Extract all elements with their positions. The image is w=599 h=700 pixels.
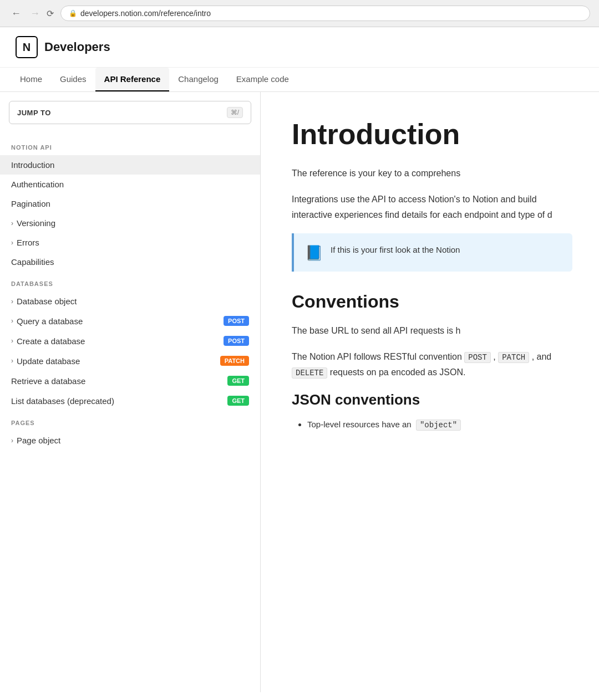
- delete-code: DELETE: [292, 367, 327, 379]
- authentication-label: Authentication: [11, 180, 64, 189]
- top-nav: Home Guides API Reference Changelog Exam…: [0, 68, 599, 92]
- update-db-chevron: ›: [11, 357, 13, 365]
- url-text: developers.notion.com/reference/intro: [80, 9, 211, 18]
- versioning-chevron: ›: [11, 219, 13, 227]
- json-conventions-list: Top-level resources have an "object": [292, 417, 572, 432]
- callout-icon: 📘: [305, 244, 323, 262]
- notion-logo: N: [16, 36, 38, 58]
- conventions-para-1: The base URL to send all API requests is…: [292, 323, 572, 338]
- nav-item-api-reference[interactable]: API Reference: [95, 68, 170, 91]
- versioning-label: Versioning: [17, 218, 55, 228]
- sidebar-item-retrieve-database[interactable]: Retrieve a database GET: [0, 371, 260, 391]
- list-db-badge: GET: [227, 396, 249, 406]
- address-bar[interactable]: 🔒 developers.notion.com/reference/intro: [60, 6, 590, 21]
- post-code: POST: [464, 352, 491, 363]
- site-title: Developers: [44, 40, 110, 54]
- browser-nav-buttons: ← → ⟳: [9, 7, 54, 21]
- errors-label: Errors: [17, 238, 39, 247]
- back-button[interactable]: ←: [9, 7, 23, 21]
- sidebar-item-query-database[interactable]: › Query a database POST: [0, 311, 260, 331]
- errors-chevron: ›: [11, 239, 13, 247]
- jump-to-label: JUMP TO: [17, 109, 51, 117]
- lock-icon: 🔒: [69, 9, 77, 17]
- sidebar-item-errors[interactable]: › Errors: [0, 233, 260, 252]
- database-object-chevron: ›: [11, 298, 13, 305]
- nav-item-guides[interactable]: Guides: [51, 68, 95, 91]
- sidebar-item-create-database[interactable]: › Create a database POST: [0, 331, 260, 351]
- create-db-label: Create a database: [17, 336, 85, 346]
- update-db-badge: PATCH: [220, 356, 249, 366]
- callout-text: If this is your first look at the Notion: [331, 243, 460, 257]
- sidebar-item-capabilities[interactable]: Capabilities: [0, 252, 260, 272]
- forward-button[interactable]: →: [28, 7, 42, 21]
- page-object-chevron: ›: [11, 437, 13, 444]
- database-object-label: Database object: [17, 297, 77, 306]
- conventions-heading: Conventions: [292, 292, 572, 312]
- intro-para-1: The reference is your key to a comprehen…: [292, 166, 572, 181]
- reload-button[interactable]: ⟳: [47, 8, 54, 19]
- sidebar-item-versioning[interactable]: › Versioning: [0, 213, 260, 233]
- site-header: N Developers: [0, 27, 599, 68]
- query-db-chevron: ›: [11, 317, 13, 325]
- browser-chrome: ← → ⟳ 🔒 developers.notion.com/reference/…: [0, 0, 599, 27]
- sidebar-item-update-database[interactable]: › Update database PATCH: [0, 351, 260, 371]
- sidebar-item-list-databases[interactable]: List databases (deprecated) GET: [0, 391, 260, 411]
- main-layout: JUMP TO ⌘/ NOTION API Introduction Authe…: [0, 92, 599, 692]
- sidebar: JUMP TO ⌘/ NOTION API Introduction Authe…: [0, 92, 261, 692]
- introduction-label: Introduction: [11, 160, 54, 170]
- sidebar-section-databases: DATABASES: [0, 272, 260, 292]
- nav-item-home[interactable]: Home: [11, 68, 51, 91]
- sidebar-item-pagination[interactable]: Pagination: [0, 194, 260, 213]
- jump-to-box[interactable]: JUMP TO ⌘/: [9, 101, 251, 124]
- conventions-para-2: The Notion API follows RESTful conventio…: [292, 349, 572, 380]
- jump-to-shortcut: ⌘/: [227, 107, 243, 118]
- retrieve-db-label: Retrieve a database: [11, 376, 85, 386]
- page-title: Introduction: [292, 119, 572, 150]
- content-area: Introduction The reference is your key t…: [261, 92, 599, 692]
- sidebar-item-authentication[interactable]: Authentication: [0, 175, 260, 194]
- callout-box: 📘 If this is your first look at the Noti…: [292, 233, 572, 272]
- nav-item-changelog[interactable]: Changelog: [169, 68, 227, 91]
- create-db-badge: POST: [224, 336, 249, 346]
- json-bullet-1: Top-level resources have an "object": [307, 417, 572, 432]
- sidebar-section-notion-api: NOTION API: [0, 135, 260, 155]
- sidebar-item-page-object[interactable]: › Page object: [0, 431, 260, 450]
- list-db-label: List databases (deprecated): [11, 396, 114, 406]
- sidebar-item-database-object[interactable]: › Database object: [0, 292, 260, 311]
- retrieve-db-badge: GET: [227, 376, 249, 386]
- json-conventions-heading: JSON conventions: [292, 391, 572, 408]
- sidebar-item-introduction[interactable]: Introduction: [0, 155, 260, 175]
- nav-item-example-code[interactable]: Example code: [227, 68, 298, 91]
- update-db-label: Update database: [17, 356, 80, 366]
- object-code: "object": [416, 420, 461, 431]
- capabilities-label: Capabilities: [11, 257, 54, 267]
- create-db-chevron: ›: [11, 337, 13, 345]
- query-db-label: Query a database: [17, 316, 83, 326]
- sidebar-section-pages: PAGES: [0, 411, 260, 431]
- intro-para-2: Integrations use the API to access Notio…: [292, 192, 572, 222]
- patch-code: PATCH: [498, 352, 529, 363]
- page-object-label: Page object: [17, 436, 60, 445]
- pagination-label: Pagination: [11, 199, 50, 208]
- query-db-badge: POST: [224, 316, 249, 326]
